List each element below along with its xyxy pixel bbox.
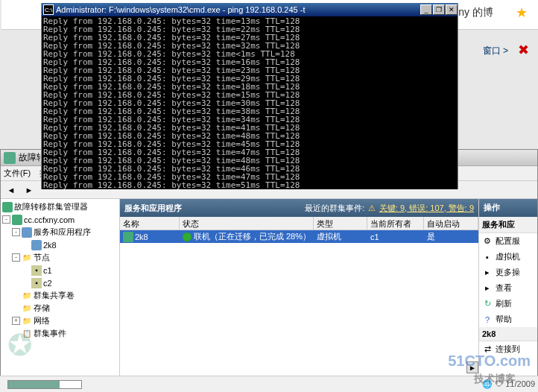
progress-bar	[7, 380, 82, 389]
date-text: 11/2009	[505, 379, 535, 389]
config-icon: ⚙	[482, 236, 493, 247]
actions-section-2k8: 2k8	[479, 327, 537, 341]
connect-icon: ⇄	[482, 344, 493, 355]
vm-icon: ▪	[482, 252, 493, 262]
action-virtual-machine[interactable]: ▪虚拟机	[479, 249, 537, 265]
center-pane: 服务和应用程序 最近的群集事件: ⚠ 关键: 9, 错误: 107, 警告: 9…	[120, 199, 479, 392]
tree-events[interactable]: 📋群集事件	[2, 327, 118, 340]
col-status[interactable]: 状态	[180, 217, 314, 230]
tree-node-c2[interactable]: ▪c2	[2, 276, 118, 289]
cmd-titlebar[interactable]: C:\ Administrator: F:\windows\system32\c…	[42, 3, 458, 16]
collapse-icon[interactable]: -	[12, 228, 20, 236]
list-header: 名称 状态 类型 当前所有者 自动启动	[120, 217, 478, 230]
online-status-icon	[183, 233, 192, 241]
view-icon: ▸	[482, 283, 493, 294]
warning-icon: ⚠	[368, 203, 376, 212]
tree-cluster[interactable]: -cc.ccfxny.com	[2, 213, 118, 226]
folder-icon: 📁	[22, 291, 32, 301]
actions-pane: 操作 服务和应 ⚙配置服 ▪虚拟机 ▸更多操 ▸查看 ↻刷新 ?帮助 2k8 ⇄…	[479, 199, 537, 392]
events-icon: 📋	[22, 329, 32, 339]
col-autostart[interactable]: 自动启动	[424, 217, 478, 230]
scroll-right-button[interactable]: ►	[466, 361, 478, 373]
col-name[interactable]: 名称	[120, 217, 180, 230]
tree-nodes[interactable]: -📁节点	[2, 251, 118, 264]
actions-section-services: 服务和应	[479, 217, 537, 233]
vm-icon	[123, 232, 133, 242]
services-icon	[22, 227, 32, 238]
tree-services[interactable]: -服务和应用程序	[2, 226, 118, 238]
cmd-window: C:\ Administrator: F:\windows\system32\c…	[41, 3, 458, 189]
server-icon: ▪	[31, 265, 42, 276]
action-refresh[interactable]: ↻刷新	[479, 296, 537, 312]
protected-mode-icon[interactable]: 🛡	[495, 379, 503, 389]
help-icon: ?	[482, 314, 493, 325]
tree-node-c1[interactable]: ▪c1	[2, 264, 118, 276]
close-x-icon[interactable]: ✖	[518, 42, 529, 58]
action-view[interactable]: ▸查看	[479, 280, 537, 296]
cluster-manager-icon	[2, 202, 13, 212]
browser-statusbar: 🌐 🛡 11/2009	[0, 376, 538, 392]
actions-title: 操作	[479, 199, 537, 217]
list-body: 2k8 联机（正在迁移，已完成 28%） 虚拟机 c1 是	[120, 230, 478, 392]
expand-icon[interactable]: +	[12, 317, 20, 325]
background-link[interactable]: 窗口 >	[483, 45, 508, 57]
internet-zone-icon[interactable]: 🌐	[482, 379, 493, 389]
close-button[interactable]: ✕	[446, 4, 458, 15]
tree-csv[interactable]: 📁群集共享卷	[2, 289, 118, 302]
center-header: 服务和应用程序 最近的群集事件: ⚠ 关键: 9, 错误: 107, 警告: 9	[120, 199, 478, 217]
maximize-button[interactable]: ❐	[433, 4, 445, 15]
more-icon: ▸	[482, 268, 493, 278]
action-configure-service[interactable]: ⚙配置服	[479, 233, 537, 249]
col-owner[interactable]: 当前所有者	[367, 217, 424, 230]
tree-storage[interactable]: 📁存储	[2, 302, 118, 314]
favorite-star-icon[interactable]: ★	[516, 4, 531, 19]
tree-vm-2k8[interactable]: 2k8	[2, 238, 118, 251]
tree-networks[interactable]: +📁网络	[2, 314, 118, 327]
menu-file[interactable]: 文件(F)	[4, 168, 31, 179]
action-help[interactable]: ?帮助	[479, 312, 537, 327]
cluster-events-summary: 最近的群集事件: ⚠ 关键: 9, 错误: 107, 警告: 9	[305, 203, 474, 214]
storage-icon: 📁	[22, 303, 32, 314]
collapse-icon[interactable]: -	[2, 215, 10, 224]
col-type[interactable]: 类型	[314, 217, 367, 230]
cluster-manager-icon	[4, 152, 16, 164]
refresh-icon: ↻	[482, 299, 493, 309]
action-more[interactable]: ▸更多操	[479, 265, 537, 280]
server-icon: ▪	[31, 278, 42, 288]
back-button[interactable]: ◄	[4, 183, 19, 197]
collapse-icon[interactable]: -	[12, 253, 20, 262]
center-title: 服务和应用程序	[124, 203, 305, 214]
list-row-2k8[interactable]: 2k8 联机（正在迁移，已完成 28%） 虚拟机 c1 是	[120, 230, 478, 243]
tree-pane: 故障转移群集管理器 -cc.ccfxny.com -服务和应用程序 2k8 -📁…	[1, 199, 120, 392]
vm-icon	[31, 240, 42, 250]
network-icon: 📁	[22, 316, 32, 326]
folder-icon: 📁	[22, 253, 32, 263]
forward-button[interactable]: ►	[22, 183, 37, 197]
events-link[interactable]: 关键: 9, 错误: 107, 警告: 9	[379, 203, 474, 212]
cluster-icon	[12, 215, 22, 225]
progress-fill	[8, 381, 60, 388]
cmd-title: Administrator: F:\windows\system32\cmd.e…	[56, 5, 420, 14]
cmd-output: Reply from 192.168.0.245: bytes=32 time=…	[42, 16, 458, 189]
action-connect[interactable]: ⇄连接到	[479, 341, 537, 357]
minimize-button[interactable]: _	[420, 4, 432, 15]
tree-root[interactable]: 故障转移群集管理器	[2, 200, 118, 213]
cmd-icon: C:\	[43, 4, 54, 15]
